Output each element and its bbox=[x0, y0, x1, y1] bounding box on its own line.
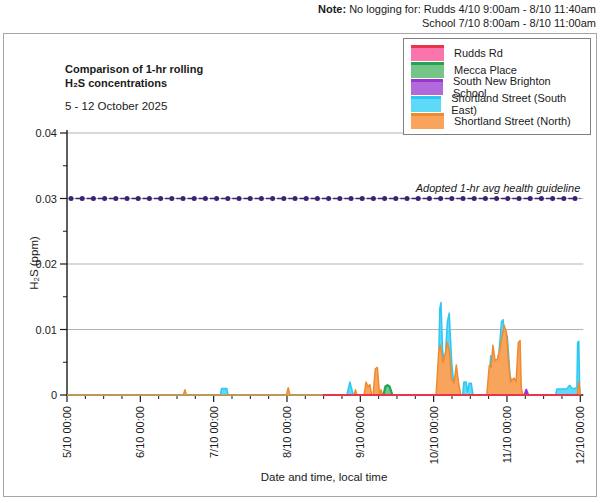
series-fill-shortland-street-north bbox=[67, 326, 580, 395]
guideline-marker bbox=[427, 196, 432, 201]
series bbox=[67, 303, 580, 395]
guideline: Adopted 1-hr avg health guideline bbox=[69, 182, 581, 202]
guideline-marker bbox=[405, 196, 410, 201]
guideline-marker bbox=[494, 196, 499, 201]
guideline-marker bbox=[550, 196, 555, 201]
y-axis-title: H₂S (ppm) bbox=[28, 227, 40, 299]
guideline-marker bbox=[382, 196, 387, 201]
x-tick-label: 11/10 00:00 bbox=[501, 406, 513, 463]
y-tick-label: 0 bbox=[51, 389, 57, 401]
chart-title: Comparison of 1-hr rolling H₂S concentra… bbox=[65, 62, 203, 113]
chart-title-line-2: H₂S concentrations bbox=[65, 76, 203, 90]
guideline-marker bbox=[169, 196, 174, 201]
legend: Rudds Rd Mecca Place South New Brighton … bbox=[403, 38, 591, 135]
guideline-marker bbox=[158, 196, 163, 201]
legend-label: Shortland Street (North) bbox=[454, 115, 571, 127]
x-tick-label: 7/10 00:00 bbox=[208, 406, 220, 458]
legend-label: Rudds Rd bbox=[454, 47, 503, 59]
guideline-marker bbox=[360, 196, 365, 201]
guideline-marker bbox=[505, 196, 510, 201]
guideline-marker bbox=[293, 196, 298, 201]
guideline-marker bbox=[449, 196, 454, 201]
guideline-marker bbox=[147, 196, 152, 201]
chart-title-line-1: Comparison of 1-hr rolling bbox=[65, 62, 203, 76]
guideline-marker bbox=[91, 196, 96, 201]
chart-subtitle: 5 - 12 October 2025 bbox=[65, 99, 203, 113]
legend-swatch bbox=[411, 96, 441, 112]
guideline-marker bbox=[461, 196, 466, 201]
gridlines bbox=[67, 133, 583, 330]
guideline-marker bbox=[326, 196, 331, 201]
guideline-marker bbox=[483, 196, 488, 201]
guideline-marker bbox=[225, 196, 230, 201]
guideline-marker bbox=[125, 196, 130, 201]
guideline-marker bbox=[259, 196, 264, 201]
guideline-marker bbox=[69, 196, 74, 201]
x-tick-label: 9/10 00:00 bbox=[354, 406, 366, 458]
legend-swatch bbox=[411, 79, 443, 95]
guideline-marker bbox=[203, 196, 208, 201]
guideline-marker bbox=[349, 196, 354, 201]
guideline-marker bbox=[438, 196, 443, 201]
guideline-marker bbox=[281, 196, 286, 201]
guideline-marker bbox=[237, 196, 242, 201]
guideline-marker bbox=[80, 196, 85, 201]
chart-page: Note: No logging for: Rudds 4/10 9:00am … bbox=[0, 0, 600, 503]
legend-swatch bbox=[411, 62, 444, 78]
y-tick-label: 0.04 bbox=[36, 127, 57, 139]
legend-item-rudds-rd: Rudds Rd bbox=[411, 44, 583, 61]
guideline-marker bbox=[315, 196, 320, 201]
guideline-marker bbox=[192, 196, 197, 201]
guideline-marker bbox=[561, 196, 566, 201]
x-tick-label: 6/10 00:00 bbox=[134, 406, 146, 458]
x-tick-label: 5/10 00:00 bbox=[61, 406, 73, 458]
legend-item-shortland-street-north: Shortland Street (North) bbox=[411, 112, 583, 129]
guideline-marker bbox=[113, 196, 118, 201]
y-tick-label: 0.03 bbox=[36, 193, 57, 205]
guideline-marker bbox=[304, 196, 309, 201]
guideline-marker bbox=[136, 196, 141, 201]
guideline-marker bbox=[517, 196, 522, 201]
guideline-marker bbox=[573, 196, 578, 201]
x-tick-label: 12/10 00:00 bbox=[574, 406, 586, 464]
x-axis-title: Date and time, local time bbox=[67, 471, 581, 483]
guideline-marker bbox=[102, 196, 107, 201]
legend-swatch bbox=[411, 113, 444, 129]
guideline-marker bbox=[270, 196, 275, 201]
x-tick-label: 10/10 00:00 bbox=[428, 406, 440, 464]
legend-label: Shortland Street (South East) bbox=[451, 92, 583, 116]
guideline-marker bbox=[539, 196, 544, 201]
axes: 00.010.020.030.045/10 00:006/10 00:007/1… bbox=[36, 127, 587, 464]
x-tick-label: 8/10 00:00 bbox=[281, 406, 293, 458]
guideline-marker bbox=[181, 196, 186, 201]
guideline-marker bbox=[416, 196, 421, 201]
guideline-marker bbox=[472, 196, 477, 201]
guideline-marker bbox=[393, 196, 398, 201]
guideline-marker bbox=[248, 196, 253, 201]
guideline-marker bbox=[528, 196, 533, 201]
legend-item-shortland-street-south-east: Shortland Street (South East) bbox=[411, 95, 583, 112]
guideline-marker bbox=[371, 196, 376, 201]
guideline-marker bbox=[337, 196, 342, 201]
guideline-label: Adopted 1-hr avg health guideline bbox=[415, 182, 581, 194]
legend-swatch bbox=[411, 45, 444, 61]
guideline-marker bbox=[214, 196, 219, 201]
y-tick-label: 0.01 bbox=[36, 324, 57, 336]
